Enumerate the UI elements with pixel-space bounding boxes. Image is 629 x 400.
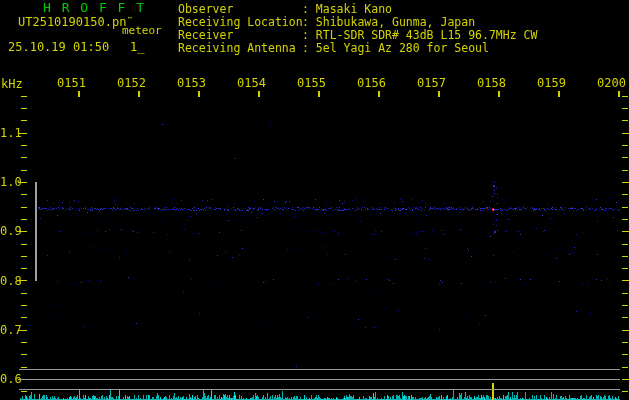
freq-label: 0.9: [0, 225, 20, 237]
time-tick: [78, 91, 80, 97]
time-tick: [258, 91, 260, 97]
freq-tick: [21, 157, 27, 158]
freq-tick: [21, 354, 27, 355]
freq-label: 0.6: [0, 373, 20, 385]
freq-tick-right: [622, 194, 628, 195]
time-label: 0155: [297, 77, 326, 89]
meter-ref-line: [19, 379, 620, 380]
freq-tick: [18, 330, 27, 331]
freq-tick-right: [622, 268, 628, 269]
freq-tick-right: [622, 157, 628, 158]
time-label: 0159: [537, 77, 566, 89]
time-tick: [618, 91, 620, 97]
freq-tick-right: [622, 108, 628, 109]
freq-label: 0.8: [0, 275, 20, 287]
freq-tick-right: [622, 379, 629, 380]
freq-tick: [21, 120, 27, 121]
freq-label: 0.7: [0, 324, 20, 336]
freq-tick-right: [622, 96, 628, 97]
freq-tick: [21, 367, 27, 368]
freq-tick-right: [622, 207, 628, 208]
freq-tick-right: [622, 256, 628, 257]
freq-tick-right: [622, 120, 628, 121]
freq-tick: [21, 96, 27, 97]
meter-ref-line: [19, 369, 620, 370]
freq-tick: [21, 268, 27, 269]
time-label: 0152: [117, 77, 146, 89]
freq-tick-right: [622, 305, 628, 306]
freq-tick: [18, 133, 27, 134]
time-tick: [498, 91, 500, 97]
time-tick: [558, 91, 560, 97]
freq-tick: [21, 207, 27, 208]
freq-tick: [21, 293, 27, 294]
freq-tick-right: [622, 133, 629, 134]
freq-tick-right: [622, 145, 628, 146]
freq-tick-right: [622, 330, 629, 331]
freq-tick-right: [622, 170, 628, 171]
freq-tick: [21, 194, 27, 195]
freq-tick: [18, 231, 27, 232]
freq-tick: [21, 342, 27, 343]
freq-tick: [21, 170, 27, 171]
time-label: 0154: [237, 77, 266, 89]
time-tick: [138, 91, 140, 97]
time-tick: [198, 91, 200, 97]
time-tick: [318, 91, 320, 97]
freq-tick-right: [622, 219, 628, 220]
time-label: 0158: [477, 77, 506, 89]
freq-label: 1.1: [0, 127, 20, 139]
freq-tick-right: [622, 293, 628, 294]
freq-tick: [21, 108, 27, 109]
freq-tick-right: [622, 342, 628, 343]
freq-tick-right: [622, 391, 628, 392]
freq-tick: [21, 145, 27, 146]
count-band-marker: [35, 182, 37, 281]
freq-tick: [18, 280, 27, 281]
time-label: 0153: [177, 77, 206, 89]
meter-ref-line: [19, 389, 620, 390]
freq-tick-right: [622, 244, 628, 245]
freq-tick-right: [622, 231, 629, 232]
time-label: 0157: [417, 77, 446, 89]
time-tick: [438, 91, 440, 97]
hrofft-screen: H R O F F T UT2510190150.pn¨ meteor 25.1…: [0, 0, 629, 400]
freq-tick: [21, 244, 27, 245]
freq-tick-right: [622, 354, 628, 355]
axes-layer: kHz 015101520153015401550156015701580159…: [0, 0, 629, 400]
freq-tick: [21, 317, 27, 318]
freq-label: 1.0: [0, 176, 20, 188]
time-label: 0200: [597, 77, 626, 89]
freq-tick-right: [622, 317, 628, 318]
time-label: 0156: [357, 77, 386, 89]
freq-tick-right: [622, 280, 629, 281]
freq-tick: [18, 182, 27, 183]
freq-tick: [21, 391, 27, 392]
time-label: 0151: [57, 77, 86, 89]
freq-tick-right: [622, 367, 628, 368]
freq-tick: [21, 256, 27, 257]
freq-axis-unit-label: kHz: [1, 78, 23, 90]
freq-tick: [21, 305, 27, 306]
time-tick: [378, 91, 380, 97]
freq-tick: [21, 219, 27, 220]
freq-tick-right: [622, 182, 629, 183]
